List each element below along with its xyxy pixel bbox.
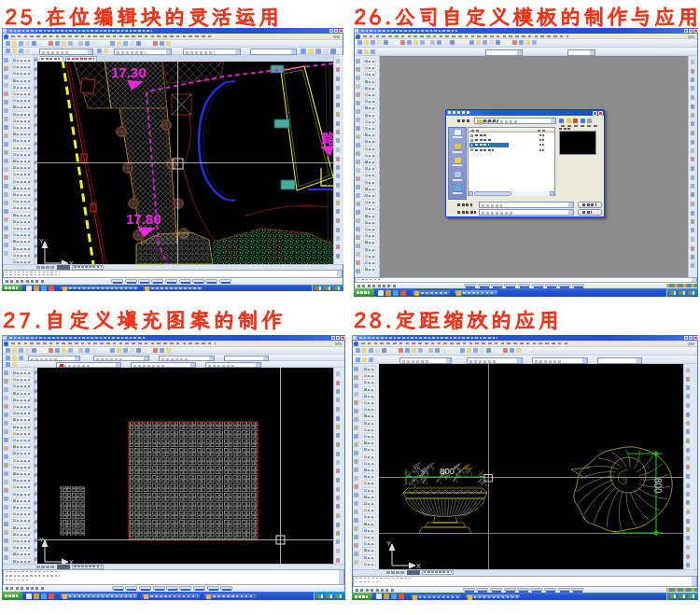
svg-text:Y: Y xyxy=(386,540,391,547)
svg-text:Y: Y xyxy=(39,238,44,245)
svg-text:800: 800 xyxy=(440,466,455,476)
svg-text:800: 800 xyxy=(652,478,663,494)
svg-text:17.80: 17.80 xyxy=(126,211,161,227)
svg-text:X: X xyxy=(416,563,421,569)
svg-text:17.30: 17.30 xyxy=(111,64,147,80)
svg-text:Y: Y xyxy=(39,537,44,543)
